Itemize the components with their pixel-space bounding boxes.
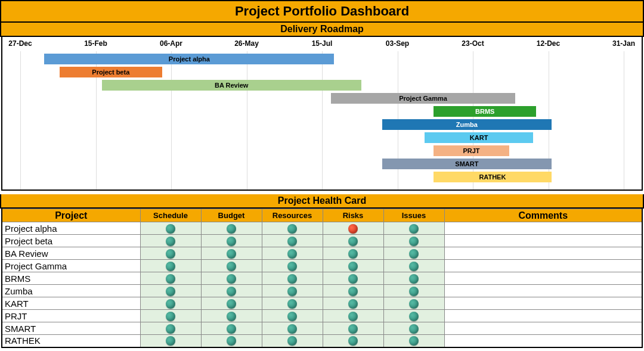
status-cell <box>201 235 262 247</box>
gantt-date-label: 15-Feb <box>84 39 107 48</box>
status-cell <box>201 285 262 297</box>
status-dot-green <box>166 249 175 259</box>
gantt-bar[interactable]: PRJT <box>434 145 509 156</box>
status-dot-green <box>409 312 419 321</box>
status-cell <box>262 222 323 235</box>
gantt-date-label: 06-Apr <box>160 39 182 48</box>
gantt-bar-label: KART <box>470 134 488 141</box>
status-cell <box>201 322 262 335</box>
project-name-cell: Project alpha <box>2 222 140 235</box>
status-dot-green <box>287 287 297 296</box>
gantt-date-label: 03-Sep <box>386 39 409 48</box>
comment-cell[interactable] <box>444 272 642 285</box>
gantt-bar[interactable]: Zumba <box>382 119 551 130</box>
gantt-grid-line <box>171 51 172 190</box>
status-cell <box>262 297 323 310</box>
status-cell <box>383 260 444 272</box>
project-name-cell: Project beta <box>2 235 140 247</box>
status-dot-green <box>227 336 236 346</box>
status-dot-green <box>348 237 358 246</box>
gantt-bar[interactable]: RATHEK <box>434 172 551 182</box>
status-dot-green <box>227 237 236 246</box>
project-name-cell: KART <box>2 297 140 310</box>
status-cell <box>262 310 323 322</box>
gantt-date-label: 26-May <box>234 39 259 48</box>
status-dot-green <box>227 299 236 309</box>
gantt-bar[interactable]: BA Review <box>102 80 361 91</box>
status-cell <box>383 335 444 347</box>
project-name-cell: RATHEK <box>2 335 140 347</box>
gantt-bar[interactable]: BRMS <box>434 106 536 117</box>
status-cell <box>140 322 201 335</box>
health-card-title: Project Health Card <box>0 194 644 209</box>
status-dot-green <box>287 299 297 309</box>
status-dot-green <box>166 336 175 346</box>
status-dot-green <box>227 249 236 259</box>
gantt-bar-label: Project Gamma <box>399 95 447 102</box>
status-cell <box>323 247 383 260</box>
status-cell <box>262 285 323 297</box>
comment-cell[interactable] <box>444 235 642 247</box>
status-cell <box>383 322 444 335</box>
gantt-bar[interactable]: KART <box>425 132 533 143</box>
col-header-metric: Schedule <box>140 209 201 222</box>
status-dot-green <box>409 287 419 296</box>
table-row: Zumba <box>2 285 642 297</box>
comment-cell[interactable] <box>444 260 642 272</box>
comment-cell[interactable] <box>444 222 642 235</box>
col-header-metric: Budget <box>201 209 262 222</box>
status-dot-green <box>166 274 175 284</box>
status-dot-green <box>227 324 236 334</box>
status-cell <box>140 235 201 247</box>
comment-cell[interactable] <box>444 322 642 335</box>
gantt-date-label: 15-Jul <box>312 39 333 48</box>
status-cell <box>383 272 444 285</box>
table-row: SMART <box>2 322 642 335</box>
status-cell <box>140 247 201 260</box>
status-dot-green <box>227 274 236 284</box>
gantt-bar-label: RATHEK <box>479 173 506 181</box>
gantt-bar[interactable]: Project beta <box>60 67 162 77</box>
status-dot-green <box>166 299 175 309</box>
gantt-bar[interactable]: Project Gamma <box>331 93 515 104</box>
gantt-bar[interactable]: Project alpha <box>44 54 334 64</box>
health-card-table: ProjectScheduleBudgetResourcesRisksIssue… <box>1 209 643 348</box>
status-dot-green <box>166 312 175 321</box>
col-header-metric: Risks <box>323 209 383 222</box>
comment-cell[interactable] <box>444 310 642 322</box>
status-dot-green <box>287 224 297 234</box>
gantt-bar-label: Zumba <box>456 121 478 128</box>
gantt-date-label: 23-Oct <box>462 39 484 48</box>
status-cell <box>383 222 444 235</box>
status-dot-green <box>409 324 419 334</box>
status-dot-green <box>348 299 358 309</box>
status-cell <box>262 260 323 272</box>
gantt-date-label: 31-Jan <box>612 39 635 48</box>
comment-cell[interactable] <box>444 247 642 260</box>
status-cell <box>323 297 383 310</box>
status-cell <box>201 335 262 347</box>
status-cell <box>323 272 383 285</box>
gantt-bar[interactable]: SMART <box>382 159 551 169</box>
status-dot-green <box>409 299 419 309</box>
col-header-metric: Issues <box>383 209 444 222</box>
status-dot-green <box>227 287 236 296</box>
gantt-bar-label: SMART <box>455 160 478 167</box>
status-dot-green <box>409 336 419 346</box>
status-dot-green <box>409 224 419 234</box>
table-row: Project Gamma <box>2 260 642 272</box>
status-cell <box>262 322 323 335</box>
comment-cell[interactable] <box>444 297 642 310</box>
status-cell <box>201 272 262 285</box>
status-dot-green <box>166 224 175 234</box>
status-dot-green <box>348 287 358 296</box>
status-dot-green <box>348 249 358 259</box>
gantt-bar-label: BA Review <box>215 82 248 89</box>
status-dot-green <box>409 249 419 259</box>
comment-cell[interactable] <box>444 335 642 347</box>
col-header-project: Project <box>2 209 140 222</box>
status-dot-green <box>348 324 358 334</box>
comment-cell[interactable] <box>444 285 642 297</box>
status-dot-green <box>287 249 297 259</box>
table-row: RATHEK <box>2 335 642 347</box>
